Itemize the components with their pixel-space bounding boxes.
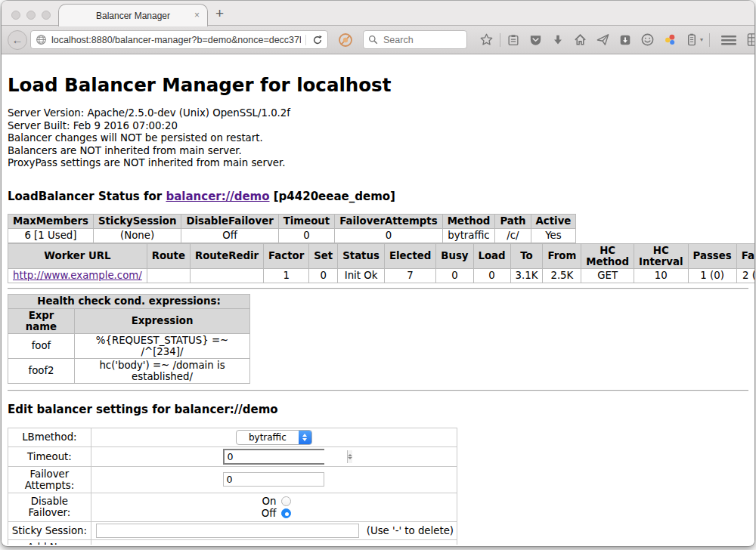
radio-off-label: Off	[256, 508, 276, 519]
tab-balancer-manager[interactable]: Balancer Manager ×	[58, 4, 208, 26]
extension-colordots-icon[interactable]	[663, 32, 677, 47]
cell-route	[147, 268, 190, 283]
tab-close-icon[interactable]: ×	[194, 10, 200, 20]
timeout-label: Timeout:	[8, 446, 91, 466]
cell-passes: 1 (0)	[688, 268, 736, 283]
disable-failover-off-radio[interactable]	[281, 508, 291, 518]
failover-attempts-label: Failover Attempts:	[8, 466, 91, 493]
menu-hamburger-icon[interactable]	[720, 33, 737, 47]
session-battery-icon[interactable]	[686, 32, 698, 47]
cell-busy: 0	[436, 268, 473, 283]
bookmark-star-icon[interactable]	[479, 32, 494, 47]
inherit-note: Balancers are NOT inherited from main se…	[8, 145, 748, 158]
form-row-timeout: Timeout:	[8, 446, 457, 466]
status-heading-suffix: [p4420eeae_demo]	[270, 190, 395, 203]
timeout-input-wrap	[223, 449, 324, 465]
page-title: Load Balancer Manager for localhost	[8, 74, 748, 96]
url-bar[interactable]: localhost:8880/balancer-manager?b=demo&n…	[30, 30, 328, 49]
status-heading-prefix: LoadBalancer Status for	[8, 190, 166, 203]
loadbalancer-status-heading: LoadBalancer Status for balancer://demo …	[8, 190, 748, 203]
downloads-icon[interactable]	[551, 33, 565, 47]
failover-attempts-input[interactable]	[223, 472, 324, 487]
column-header: HC Interval	[634, 243, 688, 268]
divider	[8, 390, 748, 391]
column-header: To	[510, 243, 543, 268]
edit-balancer-form: LBmethod: bytraffic Timeout:	[8, 428, 457, 545]
tile-grid-icon[interactable]	[746, 32, 754, 47]
column-header: DisableFailover	[181, 214, 278, 228]
cell-expression: %{REQUEST_STATUS} =~ /^[234]/	[75, 333, 250, 358]
table-header-row: Expr name Expression	[8, 308, 250, 333]
sticky-session-label: Sticky Session:	[8, 521, 91, 539]
minimize-window-button[interactable]	[26, 11, 36, 20]
column-header: Expression	[75, 308, 250, 333]
cell-maxmembers: 6 [1 Used]	[8, 228, 94, 243]
proxypass-note: ProxyPass settings are NOT inherited fro…	[8, 157, 748, 170]
cell-expression: hc('body') =~ /domain is established/	[75, 358, 250, 383]
globe-icon	[36, 34, 47, 45]
column-header: Elected	[384, 243, 435, 268]
cell-factor: 1	[264, 268, 309, 283]
back-button[interactable]: ←	[8, 30, 27, 50]
cell-elected: 7	[384, 268, 435, 283]
reading-list-icon[interactable]	[507, 33, 520, 47]
cell-from: 2.5K	[543, 268, 581, 283]
table-title-row: Health check cond. expressions:	[8, 294, 250, 308]
home-icon[interactable]	[573, 32, 587, 47]
cell-routeredir	[190, 268, 263, 283]
table-row: http://www.example.com/ 1 0 Init Ok 7 0 …	[8, 268, 755, 283]
chevron-down-icon[interactable]: ▾	[700, 36, 703, 43]
timeout-input[interactable]	[225, 450, 347, 463]
url-text[interactable]: localhost:8880/balancer-manager?b=demo&n…	[51, 35, 301, 45]
column-header: StickySession	[93, 214, 181, 228]
column-header: Fails	[736, 243, 754, 268]
form-row-disable-failover: Disable Failover: On Off	[8, 493, 457, 521]
zoom-window-button[interactable]	[42, 11, 51, 20]
number-stepper-icon[interactable]	[347, 450, 352, 463]
lbmethod-selected-value: bytraffic	[237, 432, 299, 443]
tab-bar: Balancer Manager × +	[2, 1, 754, 26]
column-header: Method	[442, 214, 495, 228]
save-to-device-icon[interactable]	[618, 33, 632, 47]
navigation-toolbar: ← localhost:8880/balancer-manager?b=demo…	[2, 26, 754, 54]
server-built: Server Built: Feb 9 2016 07:00:20	[8, 120, 748, 133]
health-check-table: Health check cond. expressions: Expr nam…	[8, 294, 250, 384]
disable-failover-on-radio[interactable]	[281, 496, 291, 506]
column-header: Route	[147, 243, 190, 268]
page-content: Load Balancer Manager for localhost Serv…	[2, 54, 754, 545]
cell-active: Yes	[531, 228, 576, 243]
table-row: foof %{REQUEST_STATUS} =~ /^[234]/	[8, 333, 250, 358]
close-window-button[interactable]	[11, 11, 20, 20]
lbmethod-select[interactable]: bytraffic	[236, 430, 312, 445]
column-header: Path	[495, 214, 531, 228]
column-header: MaxMembers	[8, 214, 94, 228]
new-tab-button[interactable]: +	[215, 5, 224, 22]
search-icon	[368, 35, 378, 45]
sticky-session-input[interactable]	[96, 524, 359, 538]
table-header-row: MaxMembers StickySession DisableFailover…	[8, 214, 576, 228]
search-input[interactable]	[382, 34, 457, 46]
column-header: RouteRedir	[190, 243, 263, 268]
sticky-session-hint: (Use '-' to delete)	[367, 525, 454, 536]
column-header: HC Method	[581, 243, 634, 268]
cell-load: 0	[473, 268, 510, 283]
table-header-row: Worker URL Route RouteRedir Factor Set S…	[8, 243, 755, 268]
window-controls[interactable]	[11, 11, 51, 20]
worker-url-link[interactable]: http://www.example.com/	[13, 270, 142, 281]
pocket-icon[interactable]	[528, 32, 543, 47]
server-info: Server Version: Apache/2.5.0-dev (Unix) …	[8, 107, 748, 170]
column-header: Expr name	[8, 308, 75, 333]
reload-button[interactable]	[305, 35, 323, 45]
form-row-failover-attempts: Failover Attempts:	[8, 466, 457, 493]
select-stepper-icon	[299, 430, 311, 445]
table-row: 6 [1 Used] (None) Off 0 0 bytraffic /c/ …	[8, 228, 576, 243]
add-worker-label: Add New Worker:	[8, 539, 91, 545]
feedback-smiley-icon[interactable]	[640, 32, 655, 47]
send-tab-icon[interactable]	[596, 32, 610, 47]
server-version: Server Version: Apache/2.5.0-dev (Unix) …	[8, 107, 748, 120]
content-blocked-icon[interactable]	[338, 32, 353, 48]
balancer-demo-link[interactable]: balancer://demo	[166, 190, 269, 203]
search-bar[interactable]	[363, 30, 467, 49]
back-arrow-icon: ←	[12, 33, 23, 46]
cell-to: 3.1K	[510, 268, 543, 283]
